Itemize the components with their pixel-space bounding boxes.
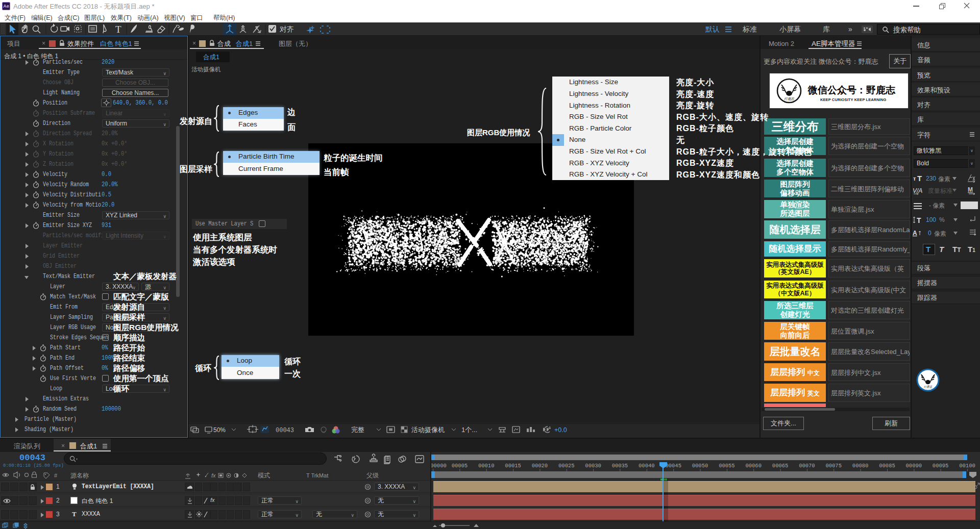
svg-text:00090: 00090 xyxy=(906,463,922,469)
svg-text:00050: 00050 xyxy=(692,463,708,469)
svg-text:00035: 00035 xyxy=(612,463,628,469)
svg-text:00030: 00030 xyxy=(585,463,601,469)
svg-text:00065: 00065 xyxy=(772,463,789,469)
svg-text:ᴛ: ᴛ xyxy=(913,175,916,182)
svg-text:00095: 00095 xyxy=(933,463,949,469)
svg-text:00075: 00075 xyxy=(825,463,842,469)
svg-text:+0.0: +0.0 xyxy=(554,426,567,434)
svg-text:完整: 完整 xyxy=(351,426,364,434)
svg-text:00040: 00040 xyxy=(639,463,655,469)
svg-text:源名称: 源名称 xyxy=(70,472,89,479)
svg-text:M: M xyxy=(968,186,973,193)
svg-text:T TrkMat: T TrkMat xyxy=(306,472,328,478)
svg-text:00100: 00100 xyxy=(959,463,975,469)
svg-text:00005: 00005 xyxy=(452,463,468,469)
svg-text:00043: 00043 xyxy=(276,427,294,434)
svg-text:T: T xyxy=(917,174,922,182)
svg-text:00025: 00025 xyxy=(558,463,575,469)
svg-text:模式: 模式 xyxy=(258,472,270,479)
svg-text:00015: 00015 xyxy=(505,463,521,469)
svg-text:00055: 00055 xyxy=(719,463,735,469)
svg-text:00010: 00010 xyxy=(478,463,495,469)
svg-text:00020: 00020 xyxy=(532,463,548,469)
svg-text:A: A xyxy=(913,230,917,237)
svg-text:1个...: 1个... xyxy=(461,426,477,434)
svg-text:#: # xyxy=(54,472,58,478)
svg-text:00080: 00080 xyxy=(852,463,869,469)
svg-text:00060: 00060 xyxy=(745,463,762,469)
svg-text:活动摄像机: 活动摄像机 xyxy=(411,426,445,434)
svg-text:00000: 00000 xyxy=(431,463,447,469)
svg-text:T: T xyxy=(917,216,921,224)
svg-text:父级: 父级 xyxy=(366,472,379,479)
svg-text:00085: 00085 xyxy=(879,463,895,469)
svg-text:行鹿志: 行鹿志 xyxy=(784,97,795,100)
svg-text:T: T xyxy=(115,24,121,35)
svg-text:fx: fx xyxy=(211,472,216,478)
svg-text:对齐: 对齐 xyxy=(279,25,294,33)
svg-text:行鹿志: 行鹿志 xyxy=(924,385,933,388)
svg-text:50%: 50% xyxy=(213,426,226,434)
svg-text:00070: 00070 xyxy=(799,463,815,469)
